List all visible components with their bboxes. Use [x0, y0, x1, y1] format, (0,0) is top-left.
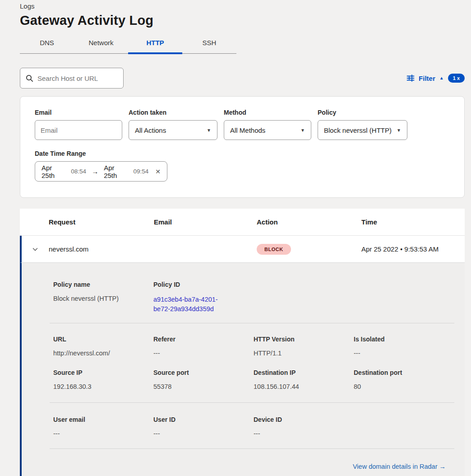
main-content: Logs Gateway Activity Log DNS Network HT…	[0, 0, 465, 476]
row-time: Apr 25 2022 • 9:53:53 AM	[361, 245, 465, 253]
page-title: Gateway Activity Log	[20, 13, 465, 28]
end-date: Apr 25th	[104, 164, 129, 179]
policy-select[interactable]: Block neverssl (HTTP) ▼	[318, 120, 407, 140]
policy-id-label: Policy ID	[153, 281, 254, 288]
search-icon	[26, 75, 33, 82]
status-badge: BLOCK	[257, 244, 291, 255]
source-port-label: Source port	[153, 369, 254, 376]
tab-http[interactable]: HTTP	[128, 39, 182, 53]
activity-log-table: Request Email Action Time neverssl.com B…	[20, 209, 465, 476]
row-action: BLOCK	[257, 244, 361, 255]
device-id-field: Device ID ---	[254, 416, 354, 437]
breadcrumb[interactable]: Logs	[20, 0, 465, 10]
caret-up-icon: ▲	[439, 76, 444, 80]
url-section: URL http://neverssl.com/ Referer --- HTT…	[22, 323, 465, 361]
referer-label: Referer	[153, 336, 254, 343]
user-id-value: ---	[153, 430, 254, 437]
filter-toggle[interactable]: Filter ▲ 1 x	[406, 74, 465, 83]
destination-port-value: 80	[354, 383, 454, 390]
action-taken-value: All Actions	[135, 126, 166, 134]
radar-details-link[interactable]: View domain details in Radar →	[353, 463, 446, 470]
column-header-request: Request	[49, 218, 154, 226]
source-ip-value: 192.168.30.3	[53, 383, 153, 390]
end-time: 09:54	[133, 168, 148, 175]
is-isolated-value: ---	[354, 350, 454, 357]
destination-port-label: Destination port	[354, 369, 454, 376]
user-id-field: User ID ---	[153, 416, 254, 437]
date-time-range-label: Date Time Range	[35, 150, 450, 157]
method-select[interactable]: All Methods ▼	[224, 120, 311, 140]
url-field: URL http://neverssl.com/	[53, 336, 153, 357]
destination-port-field: Destination port 80	[354, 369, 454, 390]
filter-count-badge[interactable]: 1 x	[448, 74, 465, 83]
http-version-value: HTTP/1.1	[254, 350, 354, 357]
method-label: Method	[224, 109, 311, 116]
device-id-label: Device ID	[254, 416, 354, 423]
policy-name-field: Policy name Block neverssl (HTTP)	[53, 281, 153, 314]
tab-ssh[interactable]: SSH	[182, 39, 236, 53]
user-email-field: User email ---	[53, 416, 153, 437]
user-email-value: ---	[53, 430, 153, 437]
row-expand-chevron-icon[interactable]	[22, 246, 49, 253]
filter-panel: Email Action taken All Actions ▼ Method …	[20, 96, 465, 198]
start-date: Apr 25th	[42, 164, 67, 179]
column-header-action: Action	[257, 218, 361, 226]
tab-bar: DNS Network HTTP SSH	[20, 39, 236, 54]
chevron-down-icon: ▼	[207, 128, 211, 133]
search-filter-row: Filter ▲ 1 x	[20, 68, 465, 89]
policy-id-link[interactable]: a91c3eb4-ba7a-4201-be72-29a934dd359d	[153, 295, 242, 314]
search-box[interactable]	[20, 68, 124, 89]
referer-field: Referer ---	[153, 336, 254, 357]
tab-network[interactable]: Network	[74, 39, 128, 53]
start-time: 08:54	[71, 168, 86, 175]
policy-id-field: Policy ID a91c3eb4-ba7a-4201-be72-29a934…	[153, 281, 254, 314]
radar-link-row: View domain details in Radar →	[22, 449, 465, 471]
action-taken-select[interactable]: All Actions ▼	[129, 120, 217, 140]
column-header-email: Email	[154, 218, 257, 226]
policy-name-label: Policy name	[53, 281, 153, 288]
policy-section: Policy name Block neverssl (HTTP) Policy…	[22, 263, 465, 323]
url-value: http://neverssl.com/	[53, 350, 153, 357]
expanded-row-details: Policy name Block neverssl (HTTP) Policy…	[20, 263, 465, 476]
source-ip-label: Source IP	[53, 369, 153, 376]
filter-sliders-icon	[406, 74, 415, 82]
chevron-down-icon: ▼	[397, 128, 401, 133]
source-port-value: 55378	[153, 383, 254, 390]
url-label: URL	[53, 336, 153, 343]
is-isolated-field: Is Isolated ---	[354, 336, 454, 357]
date-time-range-field: Date Time Range Apr 25th 08:54 → Apr 25t…	[35, 150, 450, 182]
email-filter-field: Email	[35, 109, 122, 140]
method-field: Method All Methods ▼	[224, 109, 311, 140]
device-id-value: ---	[254, 430, 354, 437]
column-header-time: Time	[361, 218, 465, 226]
clear-range-icon[interactable]: ✕	[155, 168, 161, 175]
is-isolated-label: Is Isolated	[354, 336, 454, 343]
policy-field: Policy Block neverssl (HTTP) ▼	[318, 109, 407, 140]
chevron-down-icon: ▼	[300, 128, 305, 133]
policy-label: Policy	[318, 109, 407, 116]
destination-ip-field: Destination IP 108.156.107.44	[254, 369, 354, 390]
action-taken-field: Action taken All Actions ▼	[129, 109, 217, 140]
action-taken-label: Action taken	[129, 109, 217, 116]
row-request: neverssl.com	[49, 245, 154, 253]
http-version-field: HTTP Version HTTP/1.1	[254, 336, 354, 357]
http-version-label: HTTP Version	[254, 336, 354, 343]
policy-name-value: Block neverssl (HTTP)	[53, 295, 153, 302]
tab-dns[interactable]: DNS	[20, 39, 74, 53]
email-filter-input[interactable]	[35, 120, 122, 140]
user-id-label: User ID	[153, 416, 254, 423]
user-email-label: User email	[53, 416, 153, 423]
destination-ip-label: Destination IP	[254, 369, 354, 376]
referer-value: ---	[153, 350, 254, 357]
source-port-field: Source port 55378	[153, 369, 254, 390]
date-time-range-picker[interactable]: Apr 25th 08:54 → Apr 25th 09:54 ✕	[35, 161, 167, 182]
table-row[interactable]: neverssl.com BLOCK Apr 25 2022 • 9:53:53…	[20, 236, 465, 263]
policy-value: Block neverssl (HTTP)	[324, 126, 392, 134]
table-header-row: Request Email Action Time	[20, 209, 465, 236]
user-section: User email --- User ID --- Device ID ---	[22, 403, 465, 448]
method-value: All Methods	[230, 126, 265, 134]
destination-ip-value: 108.156.107.44	[254, 383, 354, 390]
search-input[interactable]	[37, 75, 127, 82]
filter-label: Filter	[419, 75, 435, 82]
network-section: Source IP 192.168.30.3 Source port 55378…	[22, 361, 465, 402]
